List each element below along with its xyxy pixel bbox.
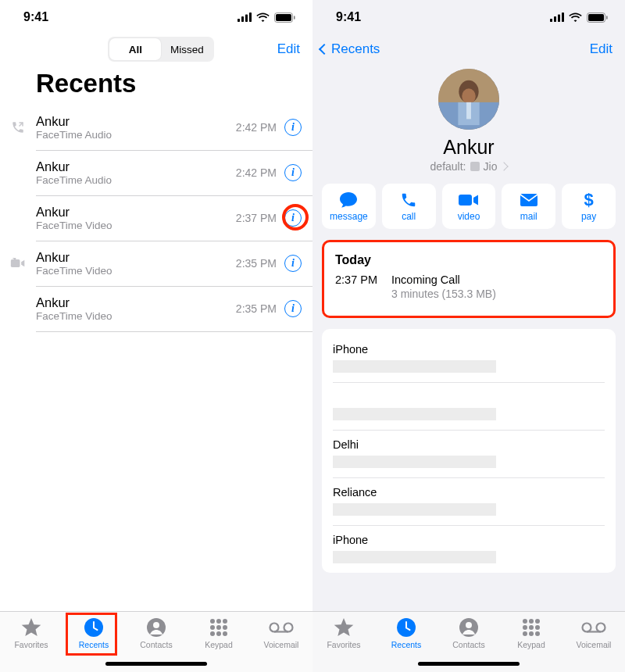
svg-rect-25 [558,15,560,23]
recents-row[interactable]: AnkurFaceTime Video2:35 PMi [0,241,312,286]
wifi-icon [256,13,270,22]
edit-button[interactable]: Edit [590,41,612,57]
mail-button[interactable]: mail [502,184,555,229]
recents-row[interactable]: AnkurFaceTime Video2:35 PMi [0,286,312,331]
contact-scroll[interactable]: Ankur default: Jio messagecallvideomail$… [312,64,625,611]
seg-all[interactable]: All [109,38,161,60]
svg-point-46 [535,625,540,630]
field-label: iPhone [333,534,605,546]
home-indicator[interactable] [105,662,207,666]
call-button[interactable]: call [382,184,436,229]
tab-keypad[interactable]: Keypad [191,617,247,649]
contacts-icon [146,617,166,638]
contact-field[interactable]: iPhone [333,526,605,573]
today-row: 2:37 PM Incoming Call 3 minutes (153.3 M… [335,273,602,300]
action-label: call [402,211,416,222]
cellular-icon [238,13,252,22]
field-label: Reliance [333,486,605,499]
info-button[interactable]: i [284,300,302,317]
chevron-left-icon [319,44,330,55]
contact-field[interactable] [333,383,605,431]
battery-icon [274,13,295,23]
recents-row[interactable]: AnkurFaceTime Audio2:42 PMi [0,105,312,150]
today-header: Today [335,253,602,267]
tab-favorites[interactable]: Favorites [316,617,372,649]
svg-point-50 [583,624,591,632]
tab-voicemail[interactable]: Voicemail [566,617,622,649]
video-button[interactable]: video [442,184,496,229]
tab-bar: FavoritesRecentsContactsKeypadVoicemail [0,611,312,672]
contact-fields-card: iPhone DelhiRelianceiPhone [322,329,616,573]
svg-point-48 [529,631,534,636]
action-label: message [330,211,368,222]
recents-row[interactable]: AnkurFaceTime Video2:37 PMi [0,195,312,241]
svg-point-42 [529,619,534,624]
contact-field[interactable]: Delhi [333,431,605,478]
default-carrier: Jio [484,160,498,173]
contact-field[interactable]: Reliance [333,478,605,526]
contact-field[interactable]: iPhone [333,335,605,383]
contact-name: Ankur [443,136,494,159]
tab-voicemail[interactable]: Voicemail [253,617,309,649]
call-time: 2:37 PM [236,212,277,224]
svg-rect-3 [249,13,252,22]
tab-favorites[interactable]: Favorites [3,617,59,649]
caller-name: Ankur [36,250,236,265]
svg-point-45 [529,625,534,630]
pay-button[interactable]: $pay [562,184,616,229]
svg-point-40 [466,622,472,628]
recents-icon [396,617,416,638]
svg-rect-28 [588,14,604,21]
message-button[interactable]: message [322,184,376,229]
contact-default-line[interactable]: default: Jio [430,160,508,173]
svg-rect-6 [294,16,295,20]
tab-label: Voicemail [577,640,612,649]
tab-keypad[interactable]: Keypad [503,617,559,649]
today-card: Today 2:37 PM Incoming Call 3 minutes (1… [322,240,616,318]
call-subtitle: FaceTime Video [36,265,236,277]
call-subtitle: FaceTime Audio [36,129,236,141]
tab-contacts[interactable]: Contacts [441,617,497,649]
svg-point-18 [216,631,221,636]
info-button[interactable]: i [284,119,302,136]
recents-list[interactable]: AnkurFaceTime Audio2:42 PMiAnkurFaceTime… [0,105,312,611]
recents-row[interactable]: AnkurFaceTime Audio2:42 PMi [0,150,312,195]
nav-bar-right: Recents Edit [312,34,625,64]
seg-missed[interactable]: Missed [161,38,212,60]
action-label: mail [520,211,538,222]
status-bar: 9:41 [0,0,312,34]
tab-label: Keypad [517,640,545,649]
caller-name: Ankur [36,205,236,220]
home-indicator[interactable] [418,662,520,666]
svg-rect-29 [606,16,608,20]
mail-icon [520,191,538,209]
cellular-icon [550,13,564,22]
today-call-type: Incoming Call [391,273,496,286]
edit-button[interactable]: Edit [277,41,300,57]
keypad-icon [521,617,541,638]
contact-detail-screen: 9:41 Recents Edit Ankur default: Jio mes… [312,0,625,672]
call-time: 2:35 PM [236,302,277,315]
tab-recents[interactable]: Recents [378,617,434,649]
tab-contacts[interactable]: Contacts [128,617,184,649]
info-button[interactable]: i [284,255,302,272]
keypad-icon [209,617,229,638]
favorites-icon [20,617,42,638]
status-indicators [238,13,295,23]
pay-icon: $ [584,191,593,209]
info-highlight [282,204,309,231]
info-button[interactable]: i [284,164,302,181]
nav-bar-left: All Missed Edit [0,34,312,64]
voicemail-icon [581,617,606,638]
tab-label: Contacts [452,640,484,649]
tab-label: Voicemail [264,640,299,649]
recents-tab-highlight [66,613,117,656]
wifi-icon [569,13,582,22]
message-icon [339,191,358,209]
avatar[interactable] [438,69,499,130]
back-button[interactable]: Recents [320,41,380,57]
svg-point-51 [597,624,605,632]
svg-rect-36 [459,195,472,206]
action-label: pay [581,211,596,222]
tab-bar: FavoritesRecentsContactsKeypadVoicemail [312,611,625,672]
